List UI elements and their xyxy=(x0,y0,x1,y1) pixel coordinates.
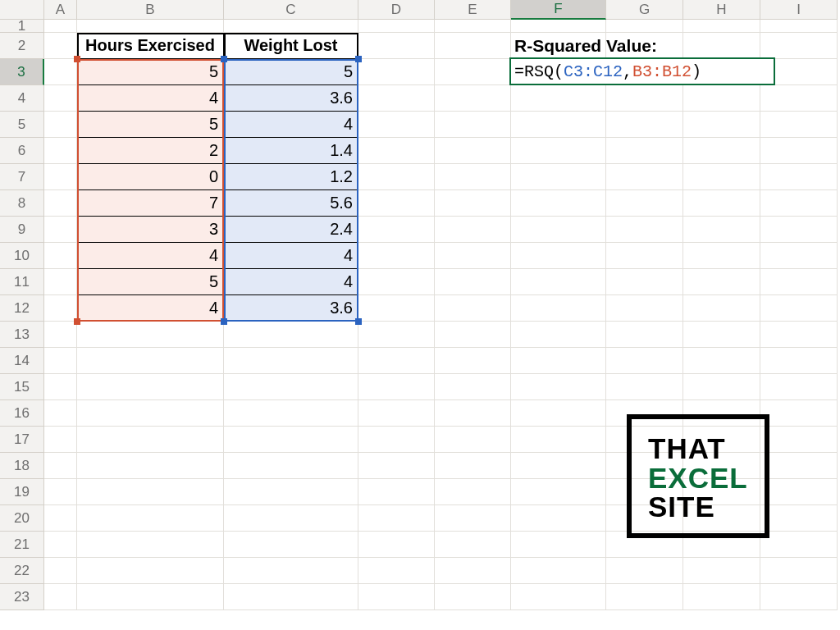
cell-C23[interactable] xyxy=(224,584,358,610)
cell-I6[interactable] xyxy=(760,138,838,164)
cell-E1[interactable] xyxy=(435,20,511,33)
cell-F6[interactable] xyxy=(511,138,606,164)
col-header-F[interactable]: F xyxy=(511,0,606,20)
cell-A18[interactable] xyxy=(44,453,77,479)
cell-E13[interactable] xyxy=(435,322,511,348)
row-header-3[interactable]: 3 xyxy=(0,59,44,85)
cell-F12[interactable] xyxy=(511,295,606,322)
cell-A3[interactable] xyxy=(44,59,77,85)
col-header-G[interactable]: G xyxy=(606,0,683,20)
cell-I21[interactable] xyxy=(760,532,838,558)
cell-G11[interactable] xyxy=(606,269,683,295)
cell-E5[interactable] xyxy=(435,112,511,138)
cell-D2[interactable] xyxy=(358,33,435,59)
cell-B19[interactable] xyxy=(77,479,224,505)
cell-C16[interactable] xyxy=(224,400,358,427)
cell-H9[interactable] xyxy=(683,217,760,243)
cell-F13[interactable] xyxy=(511,322,606,348)
cell-D13[interactable] xyxy=(358,322,435,348)
cell-B1[interactable] xyxy=(77,20,224,33)
col-header-D[interactable]: D xyxy=(358,0,435,20)
cell-E16[interactable] xyxy=(435,400,511,427)
cell-D14[interactable] xyxy=(358,348,435,374)
row-header-6[interactable]: 6 xyxy=(0,138,44,164)
cell-F8[interactable] xyxy=(511,190,606,217)
row-header-10[interactable]: 10 xyxy=(0,243,44,269)
cell-A17[interactable] xyxy=(44,427,77,453)
cell-H13[interactable] xyxy=(683,322,760,348)
cell-A22[interactable] xyxy=(44,558,77,584)
cell-B7[interactable]: 0 xyxy=(77,164,224,190)
cell-D10[interactable] xyxy=(358,243,435,269)
cell-E12[interactable] xyxy=(435,295,511,322)
cell-D19[interactable] xyxy=(358,479,435,505)
cell-G6[interactable] xyxy=(606,138,683,164)
cell-C18[interactable] xyxy=(224,453,358,479)
cell-H2[interactable] xyxy=(683,33,760,59)
col-header-H[interactable]: H xyxy=(683,0,760,20)
cell-E17[interactable] xyxy=(435,427,511,453)
cell-E20[interactable] xyxy=(435,505,511,532)
cell-B12[interactable]: 4 xyxy=(77,295,224,322)
row-header-23[interactable]: 23 xyxy=(0,584,44,610)
cell-F17[interactable] xyxy=(511,427,606,453)
cell-C13[interactable] xyxy=(224,322,358,348)
cell-F23[interactable] xyxy=(511,584,606,610)
row-header-1[interactable]: 1 xyxy=(0,20,44,33)
cell-G14[interactable] xyxy=(606,348,683,374)
cell-H10[interactable] xyxy=(683,243,760,269)
cell-B3[interactable]: 5 xyxy=(77,59,224,85)
select-all-corner[interactable] xyxy=(0,0,44,20)
cell-E21[interactable] xyxy=(435,532,511,558)
cell-B20[interactable] xyxy=(77,505,224,532)
cell-A1[interactable] xyxy=(44,20,77,33)
cell-H22[interactable] xyxy=(683,558,760,584)
cell-F7[interactable] xyxy=(511,164,606,190)
cell-D23[interactable] xyxy=(358,584,435,610)
cell-I23[interactable] xyxy=(760,584,838,610)
cell-F5[interactable] xyxy=(511,112,606,138)
cell-A15[interactable] xyxy=(44,374,77,400)
cell-F15[interactable] xyxy=(511,374,606,400)
cell-B5[interactable]: 5 xyxy=(77,112,224,138)
cell-A14[interactable] xyxy=(44,348,77,374)
cell-C9[interactable]: 2.4 xyxy=(224,217,358,243)
cell-I13[interactable] xyxy=(760,322,838,348)
row-header-21[interactable]: 21 xyxy=(0,532,44,558)
cell-C7[interactable]: 1.2 xyxy=(224,164,358,190)
cell-I20[interactable] xyxy=(760,505,838,532)
row-header-16[interactable]: 16 xyxy=(0,400,44,427)
cell-D4[interactable] xyxy=(358,85,435,112)
cell-I10[interactable] xyxy=(760,243,838,269)
cell-D8[interactable] xyxy=(358,190,435,217)
formula-edit-cell[interactable]: =RSQ(C3:C12,B3:B12) xyxy=(509,57,775,85)
cell-A5[interactable] xyxy=(44,112,77,138)
cell-E22[interactable] xyxy=(435,558,511,584)
cell-I15[interactable] xyxy=(760,374,838,400)
cell-B11[interactable]: 5 xyxy=(77,269,224,295)
cell-I19[interactable] xyxy=(760,479,838,505)
cell-B15[interactable] xyxy=(77,374,224,400)
cell-C21[interactable] xyxy=(224,532,358,558)
cell-H5[interactable] xyxy=(683,112,760,138)
cell-E15[interactable] xyxy=(435,374,511,400)
cell-F21[interactable] xyxy=(511,532,606,558)
cell-I17[interactable] xyxy=(760,427,838,453)
cell-G22[interactable] xyxy=(606,558,683,584)
cell-A10[interactable] xyxy=(44,243,77,269)
cell-A8[interactable] xyxy=(44,190,77,217)
cell-G12[interactable] xyxy=(606,295,683,322)
cell-C11[interactable]: 4 xyxy=(224,269,358,295)
cell-H6[interactable] xyxy=(683,138,760,164)
cell-E11[interactable] xyxy=(435,269,511,295)
cell-I9[interactable] xyxy=(760,217,838,243)
cell-B9[interactable]: 3 xyxy=(77,217,224,243)
cell-E7[interactable] xyxy=(435,164,511,190)
cell-I1[interactable] xyxy=(760,20,838,33)
row-header-7[interactable]: 7 xyxy=(0,164,44,190)
cell-D1[interactable] xyxy=(358,20,435,33)
row-header-17[interactable]: 17 xyxy=(0,427,44,453)
cell-C14[interactable] xyxy=(224,348,358,374)
cell-D18[interactable] xyxy=(358,453,435,479)
cell-I5[interactable] xyxy=(760,112,838,138)
